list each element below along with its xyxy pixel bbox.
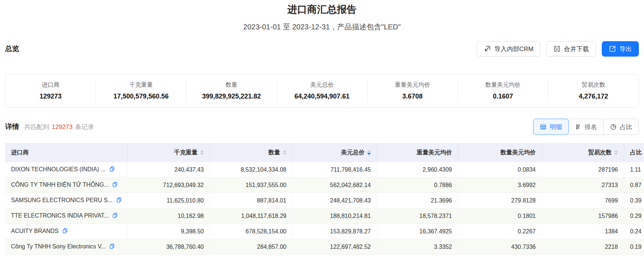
column-header-usd-total[interactable]: 美元总价 — [293, 143, 377, 162]
cell-usd-avg-per-qty: 430.7336 — [458, 239, 542, 255]
column-header-usd-avg-per-qty: 数量美元均价 — [458, 143, 542, 162]
sort-icon[interactable] — [614, 150, 618, 155]
table-row: Công Ty TNHH Sony Electronics V...36,788… — [5, 239, 644, 255]
copy-icon[interactable] — [109, 243, 115, 251]
tab-ranking-label: 排名 — [585, 123, 597, 131]
cell-usd-total: 248,421,708.43 — [293, 193, 377, 208]
cell-usd-total: 188,810,214.81 — [293, 208, 377, 224]
table-icon — [540, 123, 547, 130]
cell-share: 0.24 — [624, 224, 644, 239]
tab-detail[interactable]: 明细 — [533, 119, 569, 135]
match-suffix: 条记录 — [75, 123, 94, 130]
table-row: DIXON TECHNOLOGIES (INDIA) ...240,437.43… — [5, 162, 644, 178]
merge-download-button-label: 合并下载 — [564, 45, 589, 53]
cell-share: 1.11 — [624, 162, 644, 178]
cell-kg-weight: 11,625,010.80 — [128, 193, 210, 208]
stat-label: 美元总价 — [310, 81, 334, 89]
sort-icon[interactable] — [200, 150, 204, 155]
importer-name: SAMSUNG ELECTRONICS PERU S... — [11, 197, 113, 203]
cell-quantity: 284,857.00 — [210, 239, 293, 255]
table-row: CÔNG TY TNHH ĐIỆN TỬ THÔNG...712,693,049… — [5, 178, 644, 193]
tab-share-label: 占比 — [620, 123, 632, 131]
column-header-importer: 进口商 — [5, 143, 128, 162]
cell-usd-avg-per-weight: 18,578.2371 — [377, 208, 458, 224]
column-header-quantity[interactable]: 数量 — [210, 143, 293, 162]
cell-share: 0.87 — [624, 178, 644, 193]
cell-kg-weight: 240,437.43 — [128, 162, 210, 178]
copy-icon[interactable] — [109, 166, 115, 173]
cell-trade-count: 27313 — [542, 178, 624, 193]
match-summary: 共匹配到129273条记录 — [24, 123, 94, 131]
cell-share: 0.39 — [624, 193, 644, 208]
table-row: TTE ELECTRONICS INDIA PRIVAT...10,162.98… — [5, 208, 644, 224]
import-icon — [484, 45, 491, 53]
cell-quantity: 1,048,117,618.29 — [210, 208, 293, 224]
stat-label: 数量 — [226, 81, 238, 89]
column-header-usd-avg-per-weight: 重量美元均价 — [377, 143, 458, 162]
copy-icon[interactable] — [112, 212, 118, 220]
importer-name: Công Ty TNHH Sony Electronics V... — [11, 243, 106, 250]
table-header-row: 进口商千克重量数量美元总价重量美元均价数量美元均价贸易次数占比 — [5, 143, 644, 162]
match-prefix: 共匹配到 — [24, 123, 49, 130]
export-button[interactable]: 导出 — [602, 41, 639, 57]
cell-usd-avg-per-weight: 0.7886 — [377, 178, 458, 193]
stat-value: 129273 — [40, 93, 62, 100]
importer-cell: SAMSUNG ELECTRONICS PERU S... — [5, 193, 128, 208]
sort-icon[interactable] — [367, 150, 371, 155]
cell-usd-total: 122,697,482.52 — [293, 239, 377, 255]
cell-trade-count: 2218 — [542, 239, 624, 255]
cell-share: 0.29 — [624, 208, 644, 224]
ranking-icon — [575, 123, 582, 130]
column-header-share: 占比 — [624, 143, 644, 162]
copy-icon[interactable] — [116, 197, 122, 204]
cell-usd-avg-per-weight: 21.3696 — [377, 193, 458, 208]
stat-value: 4,276,172 — [579, 93, 608, 100]
cell-usd-avg-per-weight: 16,367.4925 — [377, 224, 458, 239]
cell-kg-weight: 712,693,049.32 — [128, 178, 210, 193]
cell-trade-count: 157986 — [542, 208, 624, 224]
stat-usd-avg-per-weight: 重量美元均价3.6708 — [367, 79, 457, 102]
cell-usd-avg-per-weight: 3.3352 — [377, 239, 458, 255]
import-crm-button[interactable]: 导入内部CRM — [477, 41, 540, 57]
copy-icon[interactable] — [112, 182, 118, 189]
column-label: 千克重量 — [174, 149, 198, 157]
column-label: 占比 — [630, 149, 642, 157]
export-icon — [609, 45, 616, 53]
stats-panel: 进口商129273千克重量17,500,579,560.56数量399,829,… — [5, 74, 639, 108]
tab-detail-label: 明细 — [550, 123, 562, 131]
importer-name: CÔNG TY TNHH ĐIỆN TỬ THÔNG... — [11, 182, 109, 188]
import-crm-button-label: 导入内部CRM — [494, 45, 533, 53]
page-header: 进口商汇总报告 2023-01-01 至 2023-12-31，产品描述包含"L… — [0, 0, 644, 32]
stat-trade-count: 贸易次数4,276,172 — [548, 79, 638, 102]
cell-usd-total: 711,798,416.45 — [293, 162, 377, 178]
stat-usd-total: 美元总价64,240,594,907.61 — [276, 79, 367, 102]
copy-icon[interactable] — [62, 228, 68, 235]
export-button-label: 导出 — [619, 45, 632, 53]
cell-quantity: 8,532,104,334.08 — [210, 162, 293, 178]
tab-ranking[interactable]: 排名 — [568, 119, 603, 135]
table-body: DIXON TECHNOLOGIES (INDIA) ...240,437.43… — [5, 162, 644, 255]
stat-label: 贸易次数 — [582, 81, 605, 89]
cell-kg-weight: 36,788,760.40 — [128, 239, 210, 255]
stat-label: 千克重量 — [129, 81, 153, 89]
importer-name: ACUITY BRANDS — [11, 228, 59, 234]
merge-download-button[interactable]: 合并下载 — [546, 41, 596, 57]
view-tabs: 明细排名占比 — [533, 119, 639, 135]
tab-share[interactable]: 占比 — [603, 119, 638, 135]
cell-kg-weight: 10,162.98 — [128, 208, 210, 224]
cell-usd-avg-per-qty: 0.1801 — [458, 208, 542, 224]
column-label: 数量 — [268, 149, 280, 157]
stat-usd-avg-per-qty: 数量美元均价0.1607 — [457, 79, 548, 102]
column-label: 美元总价 — [341, 149, 365, 157]
importer-cell: Công Ty TNHH Sony Electronics V... — [5, 239, 128, 255]
sort-icon[interactable] — [283, 150, 286, 155]
importer-cell: ACUITY BRANDS — [5, 224, 128, 239]
stat-value: 3.6708 — [402, 93, 423, 100]
cell-kg-weight: 9,398.50 — [128, 224, 210, 239]
importer-table: 进口商千克重量数量美元总价重量美元均价数量美元均价贸易次数占比 DIXON TE… — [5, 143, 644, 255]
pie-icon — [610, 123, 617, 130]
stat-label: 重量美元均价 — [395, 81, 430, 89]
column-header-trade-count[interactable]: 贸易次数 — [542, 143, 624, 162]
stat-importers: 进口商129273 — [6, 79, 95, 102]
column-header-kg-weight[interactable]: 千克重量 — [128, 143, 210, 162]
